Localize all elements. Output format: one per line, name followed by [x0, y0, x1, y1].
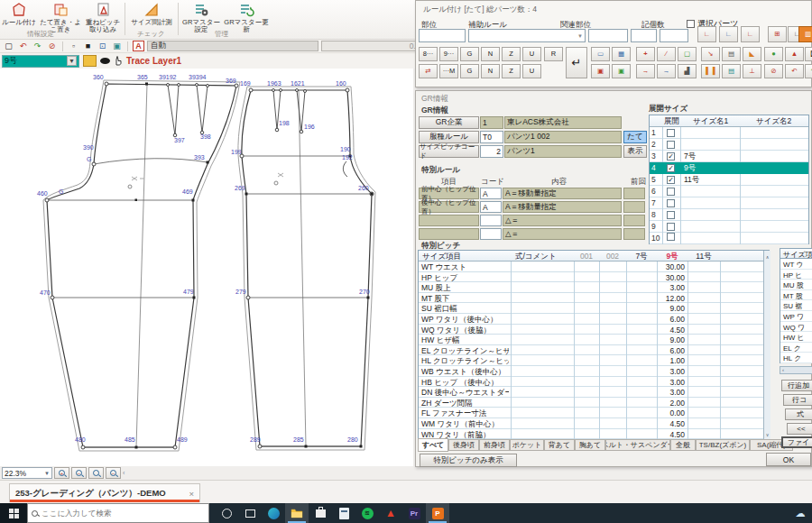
corner-rule-icon[interactable]: ∟	[697, 26, 716, 42]
zoom-prev-button[interactable]: −	[106, 467, 121, 479]
start-button[interactable]	[0, 503, 27, 523]
rule-tool-n[interactable]: N	[481, 47, 500, 61]
rule-tool-m[interactable]: ···M	[439, 64, 458, 78]
redo-rule-icon[interactable]: ↷	[805, 64, 812, 78]
calculator-icon[interactable]	[332, 503, 355, 523]
ribbon-gr-master-update-button[interactable]: GRマスター更新	[224, 1, 269, 35]
redo-icon[interactable]: ↷	[32, 41, 43, 51]
rule-corner-u[interactable]: U	[522, 64, 541, 78]
tab-chest-patch[interactable]: 胸あて	[575, 439, 605, 451]
side-row[interactable]: HL ク	[780, 353, 812, 363]
cortana-icon[interactable]	[215, 503, 238, 523]
sr-item-2[interactable]: 後中心（ヒップ位置）	[419, 201, 479, 213]
corner-rule2-icon[interactable]: ∟	[719, 26, 738, 42]
side-row[interactable]: HP ヒ	[780, 270, 812, 280]
close-icon[interactable]: ×	[189, 489, 194, 499]
pitch-row[interactable]: SU 裾口幅9.00	[419, 303, 763, 314]
swap-rule-icon[interactable]: ⇄	[419, 64, 438, 78]
window-grid-tool-icon[interactable]: ▦	[612, 47, 631, 61]
pitch-row[interactable]: EL クロッチライン～ヒザ線6.00	[419, 345, 763, 356]
active-layer-name[interactable]: Trace Layer1	[126, 56, 181, 66]
acrobat-icon[interactable]: ▲	[379, 503, 402, 523]
corner-rule3-icon[interactable]: ∟	[741, 26, 760, 42]
aux-rule-select[interactable]: ▼	[468, 29, 586, 42]
sr-item-3[interactable]	[419, 215, 479, 226]
tab-back-patch[interactable]: 背あて	[544, 439, 575, 451]
side-row[interactable]: MU 股	[780, 280, 812, 290]
measure-tool-icon[interactable]: ⊡	[97, 41, 108, 51]
row-copy-button[interactable]: 行コ	[783, 394, 812, 406]
document-tab-active[interactable]: 253-グレーディング（パンツ）-DEMO ×	[9, 483, 200, 502]
file-button[interactable]: ファイ	[781, 436, 812, 448]
layer-visibility-eye-icon[interactable]	[100, 58, 110, 64]
shaded-rule-icon[interactable]: ▤	[722, 47, 741, 61]
size-row[interactable]: 5✓11号	[650, 174, 808, 186]
pitch-row[interactable]: WM ワタリ（前中心）4.50	[419, 418, 763, 429]
diagonal-move-icon[interactable]: ↘	[701, 47, 720, 61]
sr-item-4[interactable]	[419, 228, 479, 240]
pitch-row[interactable]: ZH ダーツ間隔2.00	[419, 398, 763, 408]
side-row[interactable]: HW ヒ	[780, 332, 812, 343]
add-point-icon[interactable]: +	[636, 47, 655, 61]
size-row[interactable]: 8	[650, 209, 808, 221]
zoom-level-selector[interactable]: 22.3%▼	[2, 467, 52, 479]
side-hscroll[interactable]: ‹	[780, 366, 812, 374]
tab-general[interactable]: 全般	[670, 439, 696, 451]
hand-pointer-icon[interactable]	[114, 55, 123, 68]
rule-tool-9[interactable]: 9···	[439, 47, 458, 61]
piece-copy-icon[interactable]: ▲	[785, 47, 804, 61]
side-row[interactable]: WP ワ	[780, 311, 812, 322]
file-explorer-icon[interactable]	[285, 503, 309, 523]
triangle-ruler-icon[interactable]: ◣	[743, 47, 761, 61]
grid-rule-icon[interactable]: ⊞	[768, 26, 787, 42]
perpendicular-icon[interactable]: ⊥	[743, 64, 761, 78]
part-input[interactable]	[419, 29, 466, 42]
region-select-icon[interactable]: ▢	[678, 47, 697, 61]
pitch-row[interactable]: MT 股下12.00	[419, 293, 763, 304]
tab-back-body[interactable]: 後身頃	[448, 439, 479, 451]
rule-tool-u[interactable]: U	[522, 47, 541, 61]
add-row-button[interactable]: 行追加	[781, 380, 812, 391]
cad-app-icon[interactable]: P	[426, 503, 449, 523]
search-input[interactable]	[42, 509, 186, 518]
pitch-row[interactable]: WN ワタリ（前脇）4.50	[419, 429, 763, 440]
weather-tray-icon[interactable]: ☁	[789, 503, 812, 523]
current-size-selector[interactable]: 9号 ▼	[2, 55, 79, 68]
delete-box-icon[interactable]: ⊠	[805, 47, 812, 61]
tab-belt-suspender[interactable]: ベルト・サスペンダー	[605, 439, 670, 451]
side-row[interactable]: MT 股	[780, 290, 812, 301]
sr-code-2[interactable]: A	[480, 201, 502, 213]
spotify-icon[interactable]: ≋	[355, 503, 379, 523]
tab-front-body[interactable]: 前身頃	[479, 439, 510, 451]
rule-tool-r[interactable]: R	[544, 47, 563, 61]
pitch-row[interactable]: HP ヒップ30.00	[419, 272, 763, 283]
edge-icon[interactable]	[262, 503, 285, 523]
rule-tool-8[interactable]: 8···	[419, 47, 438, 61]
size-pitch-code-button[interactable]: サイズピッチコード	[419, 145, 479, 158]
zoom-fit-button[interactable]	[88, 467, 104, 479]
piece-corner-icon[interactable]: ▟	[678, 64, 697, 78]
rule-corner-n[interactable]: N	[481, 64, 500, 78]
related-part-input-1[interactable]	[588, 29, 628, 42]
select-rect-icon[interactable]: ▫	[68, 41, 79, 51]
side-row[interactable]: SU 裾	[780, 300, 812, 311]
tab-pocket[interactable]: ポケット	[510, 439, 544, 451]
chevron-down-icon[interactable]: ▼	[67, 56, 77, 66]
pieces-pair-icon[interactable]: ▌▐	[701, 64, 720, 78]
pitch-row[interactable]: WP ワタリ（後中心）6.00	[419, 314, 763, 325]
tate-button[interactable]: たて	[623, 131, 647, 143]
pitch-row[interactable]: FL ファスナー寸法0.00	[419, 408, 763, 418]
pitch-row[interactable]: HW ヒザ幅9.00	[419, 335, 763, 345]
store-icon[interactable]	[309, 503, 332, 523]
pitch-row[interactable]: HB ヒップ （後中心）3.00	[419, 377, 763, 388]
size-pitch-code[interactable]: 2	[480, 145, 503, 158]
pitch-row[interactable]: HL クロッチライン～ヒップライ1.00	[419, 355, 763, 366]
scroll-left-icon[interactable]: ‹	[123, 470, 125, 476]
rule-corner-g[interactable]: G	[460, 64, 479, 78]
garment-rule-button[interactable]: 服種ルール	[419, 131, 479, 143]
tab-ts-bz[interactable]: TS/BZ(ズボン)	[696, 439, 750, 451]
rule-tool-g[interactable]: G	[460, 47, 479, 61]
pattern-piece-front[interactable]	[238, 87, 375, 450]
shaded-rule2-icon[interactable]: ▤	[722, 64, 741, 78]
pitch-row[interactable]: WQ ワタリ（後脇）4.50	[419, 325, 763, 335]
